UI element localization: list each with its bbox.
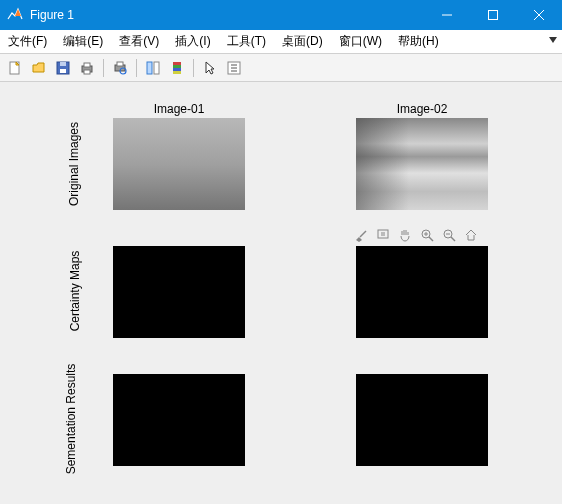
svg-line-33 (451, 237, 455, 241)
menu-bar: 文件(F) 编辑(E) 查看(V) 插入(I) 工具(T) 桌面(D) 窗口(W… (0, 30, 562, 54)
axes-toolbar (352, 226, 480, 244)
insert-icon[interactable] (223, 57, 245, 79)
axes-certainty-1[interactable] (113, 246, 245, 338)
link-icon[interactable] (142, 57, 164, 79)
home-icon[interactable] (462, 226, 480, 244)
minimize-button[interactable] (424, 0, 470, 30)
toolbar-separator (136, 59, 137, 77)
zoom-out-icon[interactable] (440, 226, 458, 244)
svg-rect-7 (60, 62, 66, 66)
svg-rect-14 (147, 62, 152, 74)
axes-certainty-2[interactable] (356, 246, 488, 338)
svg-rect-25 (378, 230, 388, 238)
svg-rect-17 (173, 65, 181, 68)
maximize-button[interactable] (470, 0, 516, 30)
axes-segmentation-2[interactable] (356, 374, 488, 466)
svg-line-29 (429, 237, 433, 241)
close-button[interactable] (516, 0, 562, 30)
print-icon[interactable] (76, 57, 98, 79)
menu-file[interactable]: 文件(F) (0, 30, 55, 53)
svg-rect-18 (173, 68, 181, 71)
window-controls (424, 0, 562, 30)
menu-desktop[interactable]: 桌面(D) (274, 30, 331, 53)
toolbar-separator (103, 59, 104, 77)
svg-rect-16 (173, 62, 181, 65)
row-label-2: Certainty Maps (68, 251, 82, 332)
menu-window[interactable]: 窗口(W) (331, 30, 390, 53)
svg-rect-1 (489, 11, 498, 20)
axes-original-2[interactable] (356, 118, 488, 210)
print-preview-icon[interactable] (109, 57, 131, 79)
colorbar-icon[interactable] (166, 57, 188, 79)
toolbar-separator (193, 59, 194, 77)
figure-canvas: Image-01 Image-02 Original Images Certai… (0, 82, 562, 504)
toolbar (0, 54, 562, 82)
row-label-3: Sementation Results (64, 364, 78, 475)
title-bar: Figure 1 (0, 0, 562, 30)
pan-icon[interactable] (396, 226, 414, 244)
svg-rect-12 (117, 62, 123, 66)
svg-rect-19 (173, 71, 181, 74)
svg-rect-6 (60, 69, 66, 73)
svg-rect-10 (84, 70, 90, 74)
svg-rect-15 (154, 62, 159, 74)
window-title: Figure 1 (30, 8, 424, 22)
axes-original-1[interactable] (113, 118, 245, 210)
menu-view[interactable]: 查看(V) (111, 30, 167, 53)
menu-tools[interactable]: 工具(T) (219, 30, 274, 53)
svg-rect-9 (84, 63, 90, 67)
column-title-2: Image-02 (356, 102, 488, 116)
pointer-icon[interactable] (199, 57, 221, 79)
brush-icon[interactable] (352, 226, 370, 244)
axes-segmentation-1[interactable] (113, 374, 245, 466)
open-icon[interactable] (28, 57, 50, 79)
svg-line-24 (360, 231, 366, 237)
matlab-logo-icon (6, 6, 24, 24)
datatip-icon[interactable] (374, 226, 392, 244)
new-file-icon[interactable] (4, 57, 26, 79)
row-label-1: Original Images (67, 122, 81, 206)
menu-overflow-icon[interactable] (548, 34, 558, 48)
menu-insert[interactable]: 插入(I) (167, 30, 218, 53)
menu-help[interactable]: 帮助(H) (390, 30, 447, 53)
column-title-1: Image-01 (113, 102, 245, 116)
menu-edit[interactable]: 编辑(E) (55, 30, 111, 53)
save-icon[interactable] (52, 57, 74, 79)
zoom-in-icon[interactable] (418, 226, 436, 244)
